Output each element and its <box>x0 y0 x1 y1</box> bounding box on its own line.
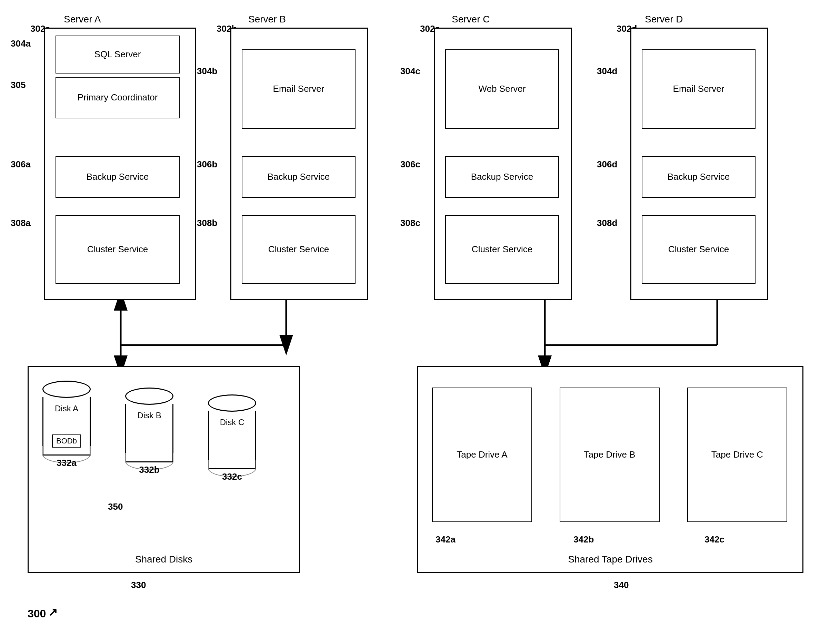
sql-server-box: SQL Server <box>55 36 180 73</box>
ref-340: 340 <box>614 580 628 590</box>
server-d-container: 304d Email Server 306d Backup Service 30… <box>630 28 768 300</box>
cluster-service-c-box: Cluster Service <box>445 215 559 284</box>
disk-a-top <box>43 381 91 398</box>
ref-300: 300 <box>28 608 46 620</box>
bodb-box: BODb <box>52 435 81 448</box>
shared-tapes-container: 342a Tape Drive A 342b Tape Drive B 342c… <box>417 366 804 573</box>
disk-c-top <box>208 394 256 412</box>
disk-c-label: Disk C <box>209 418 255 427</box>
disk-b-body: Disk B <box>125 404 174 462</box>
ref-304d: 304d <box>597 66 617 77</box>
ref-300-arrow: ↗ <box>48 606 58 619</box>
ref-330: 330 <box>131 580 146 590</box>
server-b-container: 304b Email Server 306b Backup Service 30… <box>231 28 368 300</box>
cluster-service-d-box: Cluster Service <box>642 215 756 284</box>
tape-drive-b-box: Tape Drive B <box>560 388 660 522</box>
ref-304b: 304b <box>197 66 217 77</box>
ref-342c: 342c <box>704 534 725 545</box>
disk-c-body: Disk C <box>208 411 256 469</box>
disk-b-cylinder: Disk B 332b <box>125 388 174 475</box>
ref-306c: 306c <box>400 159 420 170</box>
ref-306d: 306d <box>597 159 617 170</box>
disk-a-body: Disk A BODb <box>43 397 91 456</box>
server-d-label: Server D <box>645 14 683 25</box>
tape-drive-a-box: Tape Drive A <box>432 388 532 522</box>
email-server-b-box: Email Server <box>242 49 355 129</box>
backup-service-d-box: Backup Service <box>642 156 756 198</box>
ref-332c: 332c <box>222 471 242 482</box>
shared-tapes-label: Shared Tape Drives <box>418 554 802 565</box>
disk-a-label: Disk A <box>43 404 90 413</box>
ref-308b: 308b <box>197 218 217 228</box>
ref-308a: 308a <box>11 218 31 228</box>
shared-disks-container: Disk A BODb 332a 350 Disk B 332b Disk C … <box>28 366 300 573</box>
cluster-service-b-box: Cluster Service <box>242 215 355 284</box>
ref-332b: 332b <box>139 465 159 475</box>
email-server-d-box: Email Server <box>642 49 756 129</box>
server-c-container: 304c Web Server 306c Backup Service 308c… <box>434 28 572 300</box>
ref-342b: 342b <box>573 534 594 545</box>
disk-b-top <box>125 388 174 405</box>
backup-service-c-box: Backup Service <box>445 156 559 198</box>
disk-a-cylinder: Disk A BODb 332a <box>43 381 91 468</box>
primary-coordinator-box: Primary Coordinator <box>55 77 180 119</box>
shared-disks-label: Shared Disks <box>28 554 299 565</box>
ref-332a: 332a <box>57 457 77 468</box>
ref-342a: 342a <box>436 534 456 545</box>
server-b-label: Server B <box>248 14 286 25</box>
ref-305: 305 <box>11 80 25 90</box>
ref-308c: 308c <box>400 218 420 228</box>
server-a-container: 304a SQL Server 305 Primary Coordinator … <box>44 28 196 300</box>
ref-350: 350 <box>108 502 123 512</box>
ref-304c: 304c <box>400 66 420 77</box>
ref-306a: 306a <box>11 159 31 170</box>
disk-b-label: Disk B <box>126 411 172 420</box>
ref-308d: 308d <box>597 218 617 228</box>
disk-c-cylinder: Disk C 332c <box>208 394 256 482</box>
tape-drive-c-box: Tape Drive C <box>687 388 787 522</box>
web-server-c-box: Web Server <box>445 49 559 129</box>
server-c-label: Server C <box>452 14 489 25</box>
server-a-label: Server A <box>64 14 101 25</box>
ref-304a: 304a <box>11 38 31 49</box>
architecture-diagram: 302a Server A 304a SQL Server 305 Primar… <box>0 0 840 636</box>
cluster-service-a-box: Cluster Service <box>55 215 180 284</box>
backup-service-b-box: Backup Service <box>242 156 355 198</box>
ref-306b: 306b <box>197 159 217 170</box>
backup-service-a-box: Backup Service <box>55 156 180 198</box>
